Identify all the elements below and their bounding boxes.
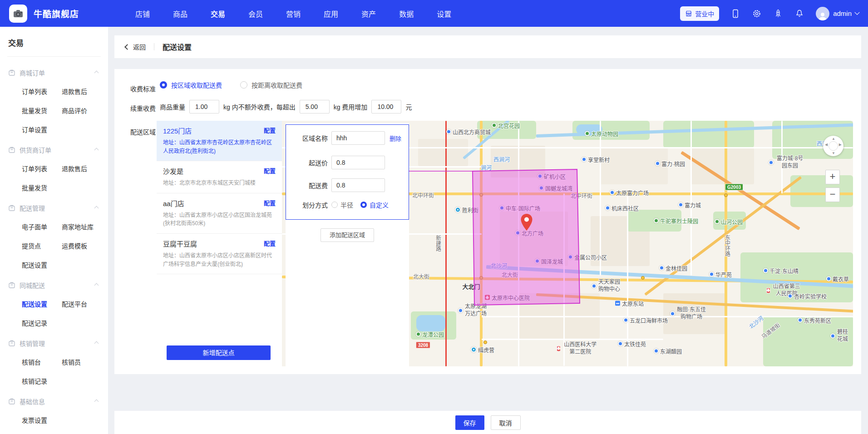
notification-bell-icon[interactable] — [794, 9, 804, 19]
sidebar-item-核销台[interactable]: 核销台 — [22, 357, 62, 366]
sidebar-item-订单设置[interactable]: 订单设置 — [22, 125, 62, 134]
sidebar-item-提货点[interactable]: 提货点 — [22, 241, 62, 250]
sidebar-section-核销管理: 核销管理核销台核销员核销记录 — [7, 339, 101, 385]
store-config-link[interactable]: 配置 — [264, 126, 276, 134]
weight-limit-input[interactable] — [189, 100, 219, 113]
store-item-1225门店[interactable]: 1225门店 配置 地址：山西省太原市杏花岭区太原市杏花岭区人民政府北(胜利街北… — [157, 121, 282, 161]
store-config-link[interactable]: 配置 — [264, 198, 276, 207]
topnav-item-营销[interactable]: 营销 — [285, 5, 301, 22]
sidebar-item-运费模板[interactable]: 运费模板 — [62, 241, 101, 250]
brand[interactable]: 牛酷旗舰店 — [9, 5, 79, 23]
radio-mode-radius[interactable]: 半径 — [331, 200, 353, 209]
map-label-太原动物园: 太原动物园 — [585, 130, 618, 138]
topnav-item-数据[interactable]: 数据 — [398, 5, 414, 22]
save-button[interactable]: 保存 — [455, 415, 484, 430]
sidebar-item-商家地址库[interactable]: 商家地址库 — [62, 222, 101, 231]
over-weight-input[interactable] — [300, 100, 330, 113]
store-item-aa门店[interactable]: aa门店 配置 地址：山西省太原市小店区小店区国治龙城苑(狄村北街南50米) — [157, 193, 282, 234]
sidebar-item-退款售后[interactable]: 退款售后 — [62, 87, 101, 96]
store-name: 豆腐干豆腐 — [163, 239, 276, 248]
poi-dot-icon — [678, 202, 683, 207]
sidebar-item-商品评价[interactable]: 商品评价 — [62, 106, 101, 115]
region-config-panel: 区域名称 删除 起送价 配送费 划分方式 — [286, 123, 409, 366]
sidebar-item-退款售后[interactable]: 退款售后 — [62, 164, 101, 173]
sidebar-item-核销记录[interactable]: 核销记录 — [22, 376, 62, 385]
sidebar-item-配送记录[interactable]: 配送记录 — [22, 318, 62, 327]
sidebar-section-header-供货商订单[interactable]: 供货商订单 — [7, 145, 101, 154]
map-label-中车·国际广场: 中车·国际广场 — [499, 204, 540, 212]
store-address: 地址：山西省太原市杏花岭区太原市杏花岭区人民政府北(胜利街北) — [163, 138, 276, 155]
sidebar-item-批量发货[interactable]: 批量发货 — [22, 183, 62, 192]
store-item-豆腐干豆腐[interactable]: 豆腐干豆腐 配置 地址：山西省太原市小店区小店区高新区时代广场科宇信息产业大厦(… — [157, 234, 282, 274]
store-item-沙发是[interactable]: 沙发是 配置 地址：北京市北京市东城区天安门城楼 — [157, 161, 282, 193]
radio-on-icon[interactable] — [160, 81, 167, 89]
sidebar-item-配送设置[interactable]: 配送设置 — [22, 260, 62, 269]
map-label-华严苑: 华严苑 — [709, 271, 732, 278]
delete-region-link[interactable]: 删除 — [390, 134, 401, 143]
sidebar-item-配送设置[interactable]: 配送设置 — [22, 299, 62, 308]
store-name: 沙发是 — [163, 166, 276, 176]
local-delivery-icon — [8, 281, 15, 289]
chevron-down-icon — [854, 10, 859, 15]
section-label: 同城配送 — [20, 281, 45, 290]
radio-mode-custom[interactable]: 自定义 — [360, 200, 389, 209]
sidebar-item-配送平台[interactable]: 配送平台 — [62, 299, 101, 308]
topnav-item-设置[interactable]: 设置 — [436, 5, 452, 22]
poi-dot-icon — [659, 266, 664, 271]
sidebar-item-订单列表[interactable]: 订单列表 — [22, 164, 62, 173]
back-button[interactable]: 返回 — [125, 42, 146, 51]
sidebar-item-电子面单[interactable]: 电子面单 — [22, 222, 62, 231]
store-config-link[interactable]: 配置 — [264, 166, 276, 175]
sidebar-item-发票设置[interactable]: 发票设置 — [22, 415, 62, 424]
user-menu[interactable]: admin — [816, 7, 859, 20]
store-address: 地址：北京市北京市东城区天安门城楼 — [163, 179, 276, 187]
fee-increase-input[interactable] — [371, 100, 401, 113]
rocket-icon[interactable] — [773, 9, 783, 19]
region-name-input[interactable] — [331, 131, 385, 145]
radio-off-icon[interactable] — [240, 81, 247, 89]
park-dot-icon — [715, 219, 720, 224]
cancel-button[interactable]: 取消 — [491, 415, 521, 430]
sidebar-section-header-基础信息[interactable]: 基础信息 — [7, 397, 101, 406]
map-label-富力城: 富力城 — [678, 201, 701, 209]
topbar-right: 营业中 admin — [680, 6, 859, 21]
topnav-item-商品[interactable]: 商品 — [172, 5, 188, 22]
zoom-out-button[interactable]: − — [825, 187, 840, 202]
map-compass-control[interactable]: ▲▼ ◀▶ — [823, 136, 843, 156]
topnav-item-应用[interactable]: 应用 — [323, 5, 339, 22]
map-label-北中环街: 北中环街 — [571, 192, 592, 199]
topnav-item-店铺[interactable]: 店铺 — [134, 5, 151, 22]
sidebar-item-订单列表[interactable]: 订单列表 — [22, 87, 62, 96]
topnav-item-会员[interactable]: 会员 — [247, 5, 264, 22]
zoom-in-button[interactable]: + — [825, 170, 840, 184]
hospital-cross-icon: + — [766, 288, 770, 294]
sidebar-section-header-核销管理[interactable]: 核销管理 — [7, 339, 101, 348]
sidebar-section-header-商城订单[interactable]: 商城订单 — [7, 68, 101, 77]
sidebar-section-header-同城配送[interactable]: 同城配送 — [7, 281, 101, 290]
add-region-button[interactable]: 添加配送区域 — [321, 228, 374, 242]
radio-by-distance[interactable]: 按距离收取配送费 — [240, 80, 302, 89]
store-address: 地址：山西省太原市小店区小店区国治龙城苑(狄村北街南50米) — [163, 211, 276, 228]
park-dot-icon — [416, 332, 421, 337]
sidebar-section-header-配送管理[interactable]: 配送管理 — [7, 203, 101, 212]
map-canvas[interactable]: 山西北方商贸城北宫花园太原动物园西涧河涧河享堂新村富力·桃园富力城·8号园东园西… — [282, 121, 853, 366]
map-label-机床西社区: 机床西社区 — [605, 204, 639, 212]
delivery-fee-input[interactable] — [331, 178, 385, 192]
radio-on-icon[interactable] — [360, 202, 367, 208]
radio-off-icon[interactable] — [331, 202, 338, 208]
sidebar-item-批量发货[interactable]: 批量发货 — [22, 106, 62, 115]
settings-gear-icon[interactable] — [752, 9, 762, 19]
map-label-太原富力广场: 太原富力广场 — [610, 189, 649, 197]
store-config-link[interactable]: 配置 — [264, 239, 276, 247]
add-store-button[interactable]: 新增配送点 — [167, 345, 271, 360]
map-shape — [790, 175, 853, 207]
map-label-山西北方商贸城: 山西北方商贸城 — [446, 128, 491, 136]
poi-dot-icon — [582, 157, 587, 162]
min-order-input[interactable] — [331, 156, 385, 169]
mobile-preview-icon[interactable] — [730, 9, 740, 19]
topnav-item-资产[interactable]: 资产 — [360, 5, 377, 22]
radio-by-region[interactable]: 按区域收取配送费 — [160, 80, 222, 89]
sidebar-item-核销员[interactable]: 核销员 — [62, 357, 101, 366]
topnav-item-交易[interactable]: 交易 — [210, 5, 226, 22]
business-status-badge[interactable]: 营业中 — [680, 6, 719, 21]
